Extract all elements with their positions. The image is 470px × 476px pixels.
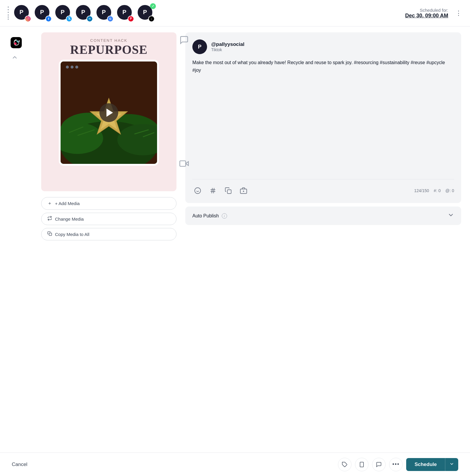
auto-publish-bar[interactable]: Auto Publish i	[185, 207, 461, 225]
hashtag-icon[interactable]	[208, 185, 218, 196]
repurpose-label: REPURPOSE	[70, 43, 147, 57]
top-bar: P P f P 𝕏 P in P G P P	[0, 0, 470, 26]
more-options-button[interactable]: ⋮	[453, 7, 464, 19]
char-count-display: 124/150 #: 0 @: 0	[414, 188, 454, 193]
auto-publish-chevron-icon	[448, 212, 454, 220]
platform-tiktok[interactable]: P ♪ ✓	[137, 4, 155, 22]
svg-line-26	[214, 188, 214, 193]
video-preview	[59, 60, 159, 166]
video-dots	[66, 66, 78, 69]
change-media-button[interactable]: Change Media	[41, 213, 176, 225]
post-user-info: @pallyysocial Tiktok	[211, 41, 244, 52]
add-media-button[interactable]: ＋ + Add Media	[41, 197, 176, 210]
linkedin-badge: in	[86, 16, 93, 22]
schedule-button[interactable]: Schedule	[406, 458, 445, 471]
post-caption[interactable]: Make the most out of what you already ha…	[192, 59, 454, 74]
post-preview-card: P @pallyysocial Tiktok Make the most out…	[185, 32, 461, 203]
svg-line-25	[212, 188, 212, 193]
comment-button[interactable]	[372, 458, 386, 471]
content-hack-header: CONTENT HACK REPURPOSE	[70, 32, 147, 60]
top-bar-right: Scheduled for: Dec 30, 09:00 AM ⋮	[405, 7, 464, 19]
bottom-bar: Cancel ••• Schedule	[0, 452, 470, 476]
mobile-preview-button[interactable]	[355, 458, 369, 471]
schedule-dropdown-button[interactable]	[445, 458, 458, 471]
svg-rect-19	[49, 233, 52, 236]
play-button[interactable]	[99, 103, 118, 122]
auto-publish-label: Auto Publish	[192, 213, 219, 219]
media-actions: ＋ + Add Media Change Media	[41, 197, 176, 240]
svg-marker-4	[186, 162, 188, 165]
platform-linkedin[interactable]: P in	[75, 4, 93, 22]
more-actions-button[interactable]: •••	[389, 458, 403, 471]
bottom-right-actions: ••• Schedule	[338, 458, 458, 471]
comment-side-icon[interactable]	[179, 35, 189, 46]
content-hack-label: CONTENT HACK	[70, 38, 147, 43]
ai-icon[interactable]	[238, 185, 249, 196]
svg-rect-5	[180, 161, 186, 167]
swap-icon	[47, 216, 52, 222]
svg-point-20	[195, 188, 201, 194]
twitter-badge: 𝕏	[66, 16, 72, 22]
scheduled-info: Scheduled for: Dec 30, 09:00 AM	[405, 8, 448, 19]
scheduled-date[interactable]: Dec 30, 09:00 AM	[405, 13, 448, 19]
platform-pinterest[interactable]: P P	[116, 4, 134, 22]
auto-publish-left: Auto Publish i	[192, 213, 227, 219]
copy-icon	[47, 231, 52, 237]
post-platform: Tiktok	[211, 47, 244, 52]
tiktok-badge: ♪	[148, 16, 155, 22]
char-count: 124/150	[414, 188, 429, 193]
platform-twitter[interactable]: P 𝕏	[55, 4, 72, 22]
auto-publish-info-icon[interactable]: i	[222, 213, 227, 219]
copy-media-button[interactable]: Copy Media to All	[41, 228, 176, 240]
scheduled-label: Scheduled for:	[405, 8, 448, 13]
main-content: CONTENT HACK REPURPOSE	[0, 26, 470, 452]
emoji-icon[interactable]	[192, 185, 203, 196]
video-side-icon[interactable]	[179, 159, 189, 169]
google-badge: G	[107, 16, 114, 22]
svg-point-2	[29, 18, 29, 18]
post-username: @pallyysocial	[211, 41, 244, 47]
hash-count: #: 0	[434, 188, 441, 193]
active-checkmark: ✓	[150, 3, 156, 9]
center-wrapper: CONTENT HACK REPURPOSE	[41, 32, 176, 447]
media-card: CONTENT HACK REPURPOSE	[41, 32, 176, 191]
schedule-btn-group: Schedule	[406, 458, 458, 471]
right-panel: P @pallyysocial Tiktok Make the most out…	[185, 32, 461, 447]
tiktok-platform-icon	[9, 35, 24, 50]
svg-rect-32	[360, 462, 364, 467]
copy-content-icon[interactable]	[223, 185, 234, 196]
post-avatar: P	[192, 39, 207, 54]
instagram-badge	[25, 16, 31, 22]
platform-list: P P f P 𝕏 P in P G P P	[6, 4, 155, 22]
svg-rect-3	[11, 37, 22, 48]
pinterest-badge: P	[128, 16, 134, 22]
platform-facebook[interactable]: P f	[34, 4, 52, 22]
platform-google[interactable]: P G	[96, 4, 114, 22]
plus-icon: ＋	[47, 200, 52, 207]
tag-button[interactable]	[338, 458, 351, 471]
cancel-button[interactable]: Cancel	[12, 462, 27, 467]
mention-count: @: 0	[445, 188, 454, 193]
drag-handle[interactable]	[6, 4, 11, 22]
left-panel	[9, 32, 32, 447]
platform-instagram[interactable]: P	[14, 4, 31, 22]
facebook-badge: f	[45, 16, 52, 22]
svg-point-1	[27, 18, 29, 19]
post-header: P @pallyysocial Tiktok	[192, 39, 454, 54]
svg-rect-0	[26, 17, 29, 20]
post-toolbar: 124/150 #: 0 @: 0	[192, 179, 454, 196]
chevron-up-icon[interactable]	[9, 53, 21, 62]
svg-rect-27	[227, 190, 231, 194]
